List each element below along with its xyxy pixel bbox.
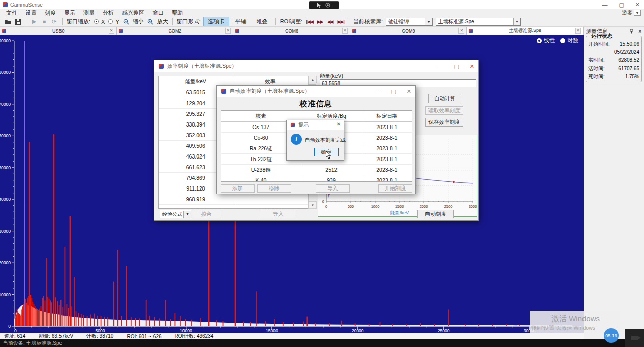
- menu-item[interactable]: 设置: [21, 9, 41, 17]
- fit-button[interactable]: 拟合: [192, 210, 221, 218]
- zoom-out-label[interactable]: 缩小: [133, 18, 144, 25]
- open-file-button[interactable]: [4, 18, 13, 26]
- tab-label: COM9: [358, 28, 459, 34]
- close-button[interactable]: ✕: [470, 63, 474, 70]
- message-box-titlebar[interactable]: 提示 ✕: [287, 120, 344, 130]
- run-status-value: 15:50:06: [620, 40, 639, 48]
- refresh-button[interactable]: ⟳: [50, 18, 59, 26]
- menu-item[interactable]: 窗口: [148, 9, 168, 17]
- tab-close-icon[interactable]: ✕: [342, 28, 348, 34]
- maximize-button[interactable]: ▢: [619, 0, 624, 9]
- zoom-axis-y-radio[interactable]: [108, 19, 113, 24]
- save-efficiency-button[interactable]: 保存效率刻度: [425, 118, 463, 127]
- read-efficiency-button[interactable]: 读取效率刻度: [425, 106, 463, 115]
- scroll-up-icon[interactable]: ▲: [309, 76, 317, 83]
- menu-item[interactable]: 感兴趣区: [118, 9, 148, 17]
- run-status-group: 运行状态 开始时间:15:50:0605/22/2024实时间:62808.52…: [586, 36, 642, 82]
- recording-timer-badge[interactable]: 05:19: [604, 328, 619, 343]
- auto-calibrate-button[interactable]: 自动刻度: [417, 210, 454, 218]
- user-dropdown-icon[interactable]: ▼: [634, 10, 641, 16]
- minimize-button[interactable]: —: [375, 88, 381, 94]
- info-icon: i: [291, 134, 302, 145]
- import-button[interactable]: 导入: [316, 184, 350, 193]
- add-button[interactable]: 添加: [221, 184, 255, 193]
- table-row[interactable]: U-238链25122023-8-1: [221, 165, 412, 175]
- start-acquisition-button[interactable]: ▶: [29, 18, 39, 26]
- roi-step-button[interactable]: ◀◀: [327, 19, 333, 24]
- table-row[interactable]: 1000.970.0153726: [159, 205, 308, 209]
- zoom-in-icon[interactable]: [146, 18, 155, 26]
- zoom-axis-x-radio[interactable]: [94, 19, 99, 24]
- tab-close-icon[interactable]: ✕: [225, 28, 231, 34]
- layout-tabs-button[interactable]: 选项卡: [203, 17, 229, 26]
- roi-step-button[interactable]: ▶▶: [317, 19, 323, 24]
- maximize-button[interactable]: ▢: [391, 88, 396, 95]
- roi-step-button[interactable]: ▶▶|: [338, 19, 344, 24]
- calibration-info-heading: 校准信息: [217, 99, 415, 109]
- tab-USB0[interactable]: USB0✕: [0, 27, 117, 35]
- scroll-down-icon[interactable]: ▼: [309, 201, 317, 209]
- tab-COM2[interactable]: COM2✕: [117, 27, 234, 35]
- close-panel-icon[interactable]: ✕: [638, 29, 642, 34]
- svg-text:2500: 2500: [444, 204, 453, 209]
- menu-item[interactable]: 测量: [79, 9, 99, 17]
- close-button[interactable]: ✕: [635, 0, 640, 9]
- svg-text:90000: 90000: [0, 38, 11, 43]
- screen-recorder-overlay[interactable]: [309, 1, 339, 9]
- menu-item[interactable]: 刻度: [41, 9, 60, 17]
- menu-item[interactable]: 显示: [60, 9, 79, 17]
- svg-text:0: 0: [8, 324, 11, 329]
- svg-text:15000: 15000: [266, 328, 278, 333]
- spectrum-file-select[interactable]: 土壤标准源.Spe ▼: [436, 18, 521, 26]
- log-scale-label: 对数: [567, 37, 578, 44]
- user-account[interactable]: 游客 ▼: [622, 9, 641, 16]
- cell: K-40: [221, 175, 301, 182]
- nuclide-library-select[interactable]: 铀钍镭钾 ▼: [386, 18, 433, 26]
- table-row[interactable]: 968.919: [159, 194, 308, 205]
- zoom-in-label[interactable]: 放大: [157, 18, 168, 25]
- menu-item[interactable]: 分析: [99, 9, 118, 17]
- table-row[interactable]: K-409392023-8-1: [221, 175, 412, 182]
- tab-close-icon[interactable]: ✕: [458, 28, 464, 34]
- status-item: ROI计数: 436234: [175, 333, 214, 340]
- cursor-tool-icon: [317, 3, 321, 8]
- save-button[interactable]: [14, 18, 23, 26]
- formula-select[interactable]: 经验公式 ▼: [160, 210, 191, 218]
- auto-efficiency-dialog-titlebar[interactable]: 自动效率刻度（土壤标准源.Spe） — ▢ ✕: [217, 86, 415, 97]
- tab-COM9[interactable]: COM9✕: [350, 27, 467, 35]
- run-status-value: 05/22/2024: [614, 48, 639, 56]
- log-scale-radio[interactable]: [560, 38, 565, 43]
- layout-tile-button[interactable]: 平铺: [231, 17, 251, 26]
- tab-close-icon[interactable]: ✕: [109, 28, 114, 34]
- svg-text:5000: 5000: [95, 328, 105, 333]
- auto-calc-button[interactable]: 自动计算: [428, 94, 461, 103]
- minimize-button[interactable]: —: [602, 0, 607, 9]
- tab-COM6[interactable]: COM6✕: [233, 27, 350, 35]
- layout-stack-button[interactable]: 堆叠: [253, 17, 272, 26]
- minimize-button[interactable]: —: [438, 63, 444, 69]
- start-calibration-button[interactable]: 开始刻度: [378, 184, 412, 193]
- svg-text:10000: 10000: [180, 328, 192, 333]
- remove-button[interactable]: 移除: [257, 184, 291, 193]
- tab-土壤标准源.Spe[interactable]: 土壤标准源.Spe✕: [467, 27, 584, 35]
- linear-scale-radio[interactable]: [537, 38, 542, 43]
- run-status-row: 开始时间:15:50:06: [588, 40, 639, 48]
- pin-icon[interactable]: [630, 29, 634, 35]
- maximize-button[interactable]: ▢: [454, 63, 459, 70]
- camera-widget[interactable]: [625, 329, 644, 347]
- efficiency-dialog-titlebar[interactable]: 效率刻度（土壤标准源.Spe） — ▢ ✕: [154, 60, 478, 72]
- tab-close-icon[interactable]: ✕: [575, 28, 581, 34]
- cell: U-238链: [221, 165, 301, 175]
- menu-item[interactable]: 文件: [2, 9, 21, 17]
- column-header-date: 标定日期: [362, 111, 412, 121]
- close-button[interactable]: ✕: [336, 121, 341, 127]
- close-button[interactable]: ✕: [407, 88, 411, 95]
- current-device-text: 当前设备: 土壤标准源.Spe: [3, 340, 62, 347]
- tab-label: COM6: [241, 28, 342, 34]
- roi-step-button[interactable]: |◀◀: [306, 19, 313, 24]
- menu-item[interactable]: 帮助: [168, 9, 187, 17]
- status-item: 计数: 38710: [86, 333, 113, 340]
- import-button[interactable]: 导入: [260, 210, 296, 218]
- zoom-out-icon[interactable]: [121, 18, 131, 26]
- stop-acquisition-button[interactable]: ■: [40, 18, 49, 26]
